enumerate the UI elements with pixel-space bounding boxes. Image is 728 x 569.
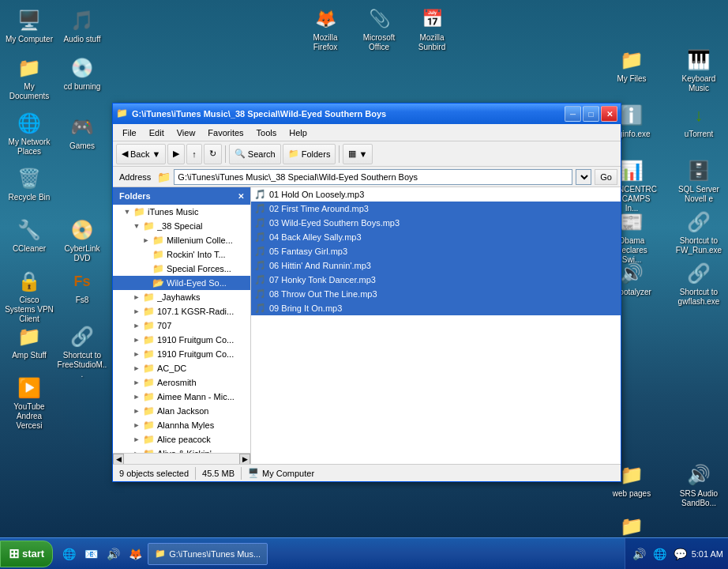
- tree-expand-alan-jackson[interactable]: ►: [130, 405, 143, 417]
- menu-file[interactable]: File: [116, 126, 143, 139]
- desktop-icon-utorrent[interactable]: ↓ uTorrent: [674, 103, 724, 139]
- desktop-icon-cd-burning[interactable]: 💿 cd burning: [57, 55, 107, 92]
- file-item-04[interactable]: 🎵 04 Back Alley Sally.mp3: [251, 230, 621, 244]
- tree-item-alice-peacock[interactable]: ► 📁 Alice peacock: [113, 432, 250, 447]
- maximize-button[interactable]: □: [583, 106, 599, 122]
- tree-item-acdc[interactable]: ► 📁 AC_DC: [113, 361, 250, 375]
- desktop-icon-freestudio[interactable]: 🔗 Shortcut to FreeStudioM...: [57, 324, 107, 379]
- desktop-icon-cyberlink[interactable]: 📀 CyberLink DVD: [57, 217, 107, 263]
- menu-edit[interactable]: Edit: [143, 126, 171, 139]
- desktop-icon-msoffice[interactable]: 📎 Microsoft Office: [354, 6, 404, 52]
- toolbar-search-button[interactable]: 🔍 Search: [229, 144, 281, 164]
- window-titlebar[interactable]: 📁 G:\iTunes\iTunes Music\_38 Special\Wil…: [113, 104, 621, 124]
- tree-expand-alice-peacock[interactable]: ►: [130, 433, 143, 446]
- menu-tools[interactable]: Tools: [250, 126, 283, 139]
- tree-expand-millenium[interactable]: ►: [140, 234, 152, 247]
- tree-expand-aerosmith[interactable]: ►: [130, 376, 143, 389]
- taskbar-active-task[interactable]: 📁 G:\iTunes\iTunes Mus...: [148, 543, 268, 565]
- views-dropdown-icon[interactable]: ▼: [358, 149, 367, 159]
- tree-item-aerosmith[interactable]: ► 📁 Aerosmith: [113, 375, 250, 390]
- tree-item-wild-eyed[interactable]: 📂 Wild-Eyed So...: [113, 276, 250, 290]
- tree-expand-jayhawks[interactable]: ►: [130, 291, 143, 303]
- desktop-icon-ccleaner[interactable]: 🔧 CCleaner: [4, 217, 54, 254]
- file-item-01[interactable]: 🎵 01 Hold On Loosely.mp3: [251, 187, 621, 202]
- desktop-icon-audio-stuff[interactable]: 🎵 Audio stuff: [57, 8, 107, 44]
- desktop-icon-srs-audio[interactable]: 🔊 SRS Audio SandBo...: [674, 462, 724, 508]
- back-dropdown-icon[interactable]: ▼: [152, 149, 160, 159]
- tree-item-rockin[interactable]: 📁 Rockin' Into T...: [113, 247, 250, 262]
- scroll-right-btn[interactable]: ▶: [239, 454, 250, 465]
- tree-item-jayhawks[interactable]: ► 📁 _Jayhawks: [113, 290, 250, 304]
- quick-launch-email[interactable]: 📧: [81, 545, 100, 563]
- tree-item-aimee-mann[interactable]: ► 📁 Aimee Mann - Mic...: [113, 390, 250, 404]
- tree-item-1910a[interactable]: ► 📁 1910 Fruitgum Co...: [113, 333, 250, 347]
- file-item-08[interactable]: 🎵 08 Throw Out The Line.mp3: [251, 287, 621, 301]
- desktop-icon-network[interactable]: 🌐 My Network Places: [4, 111, 54, 156]
- tree-expand-acdc[interactable]: ►: [130, 362, 143, 375]
- toolbar-folders-button[interactable]: 📁 Folders: [283, 144, 336, 164]
- tree-expand-wild-eyed[interactable]: [140, 277, 152, 289]
- quick-launch-firefox[interactable]: 🦊: [126, 545, 144, 563]
- desktop-icon-firefox[interactable]: 🦊 Mozilla Firefox: [300, 6, 351, 52]
- desktop-icon-my-documents[interactable]: 📁 My Documents: [4, 55, 54, 101]
- file-item-07[interactable]: 🎵 07 Honky Tonk Dancer.mp3: [251, 273, 621, 287]
- tree-expand-aimee-mann[interactable]: ►: [130, 390, 143, 403]
- tree-expand-rockin[interactable]: [140, 248, 152, 261]
- tree-item-alan-jackson[interactable]: ► 📁 Alan Jackson: [113, 404, 250, 418]
- tree-item-kgsr[interactable]: ► 📁 107.1 KGSR-Radi...: [113, 304, 250, 318]
- folder-panel-close[interactable]: ✕: [238, 192, 244, 201]
- tree-expand-1910b[interactable]: ►: [130, 348, 143, 360]
- desktop-icon-gwflash[interactable]: 🔗 Shortcut to gwflash.exe: [674, 261, 724, 307]
- tree-item-1910b[interactable]: ► 📁 1910 Fruitgum Co...: [113, 347, 250, 361]
- tray-speaker-icon[interactable]: 🔊: [630, 545, 649, 563]
- desktop-icon-keyboard-music[interactable]: 🎹 Keyboard Music: [674, 47, 724, 93]
- folder-panel-scrollbar[interactable]: ◀ ▶: [113, 453, 250, 464]
- desktop-icon-games[interactable]: 🎮 Games: [57, 115, 107, 151]
- quick-launch-audio[interactable]: 🔊: [103, 545, 122, 563]
- address-go-button[interactable]: Go: [595, 169, 617, 185]
- tree-item-itunes-music[interactable]: ▼ 📁 iTunes Music: [113, 205, 250, 219]
- desktop-icon-amp-stuff[interactable]: 📁 Amp Stuff: [4, 324, 54, 360]
- toolbar-forward-button[interactable]: ▶: [167, 144, 185, 164]
- desktop-icon-my-computer[interactable]: 🖥️ My Computer: [4, 8, 54, 44]
- desktop-icon-fw-run[interactable]: 🔗 Shortcut to FW_Run.exe: [674, 209, 724, 255]
- tree-expand-38special[interactable]: ▼: [130, 220, 143, 232]
- desktop-icon-cisco-vpn[interactable]: 🔒 Cisco Systems VPN Client: [4, 269, 54, 324]
- desktop-icon-recycle-bin[interactable]: 🗑️ Recycle Bin: [4, 166, 54, 202]
- file-item-06[interactable]: 🎵 06 Hittin' And Runnin'.mp3: [251, 258, 621, 273]
- tree-expand-kgsr[interactable]: ►: [130, 305, 143, 318]
- address-input[interactable]: [174, 169, 572, 185]
- tree-item-707[interactable]: ► 📁 707: [113, 318, 250, 333]
- tree-expand-special-forces[interactable]: [140, 262, 152, 275]
- menu-view[interactable]: View: [171, 126, 202, 139]
- file-item-09[interactable]: 🎵 09 Bring It On.mp3: [251, 301, 621, 315]
- tree-expand-itunes[interactable]: ▼: [121, 205, 133, 218]
- tree-item-special-forces[interactable]: 📁 Special Forces...: [113, 262, 250, 276]
- toolbar-refresh-button[interactable]: ↻: [204, 144, 222, 164]
- minimize-button[interactable]: ─: [565, 106, 581, 122]
- tree-item-millenium[interactable]: ► 📁 Millenium Colle...: [113, 233, 250, 247]
- desktop-icon-mozilla-sunbird[interactable]: 📅 Mozilla Sunbird: [407, 6, 457, 52]
- start-button[interactable]: ⊞ start: [0, 541, 53, 567]
- toolbar-views-button[interactable]: ▦ ▼: [343, 144, 373, 164]
- tree-expand-1910a[interactable]: ►: [130, 333, 143, 346]
- file-item-03[interactable]: 🎵 03 Wild-Eyed Southern Boys.mp3: [251, 216, 621, 230]
- toolbar-up-button[interactable]: ↑: [186, 144, 202, 164]
- tree-expand-707[interactable]: ►: [130, 319, 143, 332]
- tray-network-icon[interactable]: 🌐: [651, 545, 670, 563]
- toolbar-back-button[interactable]: ◀ Back ▼: [116, 144, 166, 164]
- desktop-icon-my-files[interactable]: 📁 My Files: [606, 47, 657, 84]
- menu-favorites[interactable]: Favorites: [201, 126, 250, 139]
- scroll-left-btn[interactable]: ◀: [113, 454, 124, 465]
- file-item-05[interactable]: 🎵 05 Fantasy Girl.mp3: [251, 244, 621, 258]
- file-item-02[interactable]: 🎵 02 First Time Around.mp3: [251, 202, 621, 216]
- quick-launch-ie[interactable]: 🌐: [59, 545, 78, 563]
- tray-message-icon[interactable]: 💬: [671, 545, 690, 563]
- tree-item-38-special[interactable]: ▼ 📁 _38 Special: [113, 219, 250, 233]
- desktop-icon-fs8[interactable]: Fs Fs8: [57, 269, 107, 305]
- desktop-icon-sql-server[interactable]: 🗄️ SQL Server Novell e: [674, 158, 724, 204]
- menu-help[interactable]: Help: [283, 126, 313, 139]
- address-dropdown[interactable]: [576, 169, 591, 185]
- tree-item-alannah-myles[interactable]: ► 📁 Alannha Myles: [113, 418, 250, 432]
- desktop-icon-youtube[interactable]: ▶️ YouTube Andrea Vercesi: [4, 375, 54, 431]
